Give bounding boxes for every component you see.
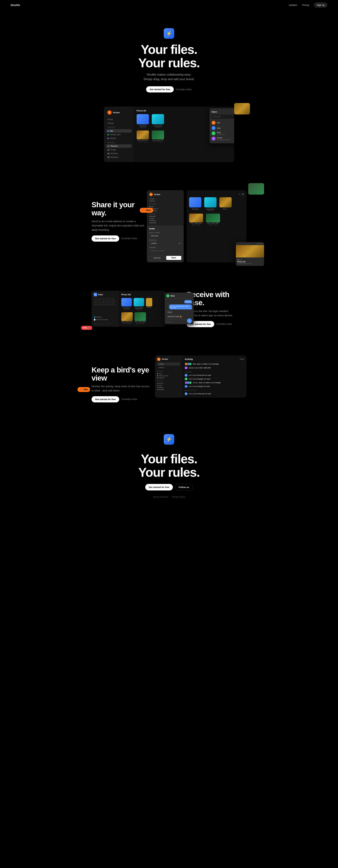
birds-eye-heading: Keep a bird's eye view	[92, 366, 151, 382]
invite-action-buttons: Copy link Share	[149, 256, 181, 260]
receive-sidebar-website[interactable]: 🌐 Website	[94, 316, 117, 318]
activity-row-today-1: G J N Giel, Jean and Niels viewed Design…	[185, 363, 244, 365]
sidebar-item-website24[interactable]: Website 2024	[106, 133, 132, 136]
folder-branding[interactable]: Branding 245 Items	[136, 114, 149, 128]
receive-main: Press kit Branding 140 Items Typography …	[119, 291, 165, 327]
sidebar-item-design[interactable]: Design	[106, 148, 132, 151]
hero-subtitle: Shuttle makes collaborating easy.Simply …	[0, 72, 338, 81]
receive-body: Just open the link. No login needed.Feel…	[187, 309, 246, 317]
sidebar-item-branding[interactable]: Branding	[106, 152, 132, 155]
activity-main: Activity Clear G J N Giel,	[182, 355, 246, 398]
birds-eye-mockup: K Kirsten Activity Settings Shared App W…	[155, 355, 246, 398]
share-section: Share it your way. Send to an e-mail add…	[0, 176, 338, 277]
share-files-toolbar: + ⊞	[189, 193, 244, 195]
receive-folder-extra[interactable]: Nems	[146, 298, 152, 310]
receive-layout: P Palet It's the place where yellow meet…	[92, 290, 246, 327]
mock-sidebar: K Kirsten Activity Settings Shared App W…	[104, 106, 134, 162]
sidebar-item-presskit[interactable]: Press kit	[106, 145, 132, 148]
activity-row-y1: J John shared Press kit with Giel	[185, 374, 244, 377]
share-add-icon[interactable]: +	[239, 193, 241, 195]
sidebar-item-app[interactable]: App	[106, 129, 132, 133]
sidebar-activity[interactable]: Activity	[106, 118, 132, 121]
share-user-jeroen: J Jeroen jeroen@gmail.com Full access	[212, 136, 234, 141]
copy-link-button[interactable]: Copy link	[149, 256, 165, 260]
footer-terms[interactable]: Terms of service	[153, 496, 168, 498]
sidebar-item-marketing[interactable]: Marketing	[106, 155, 132, 159]
footer-buttons: Get started for free Follow us	[0, 484, 338, 491]
chat-avatar: N	[166, 294, 170, 298]
birds-eye-text: Keep a bird's eye view Monitor the activ…	[92, 355, 151, 402]
footer-hero-section: ⚡ Your files. Your rules. Get started fo…	[0, 416, 338, 512]
share-user-jean: J Jean Read only	[212, 125, 234, 131]
folder-typography-s2[interactable]: Typography 48 items	[204, 197, 217, 212]
activity-nav-activity[interactable]: Activity	[157, 363, 180, 366]
birds-eye-beta-text: Currently in beta.	[121, 398, 137, 400]
share-name-input[interactable]: John Doe	[212, 115, 234, 119]
nav-signup[interactable]: Sign up	[314, 2, 328, 7]
invite-dialog-overlay: Invite Name or Email John Doe Expires at…	[147, 225, 183, 262]
share-image-1[interactable]: DSC_0003.JPG 4012 × Frame	[189, 214, 203, 226]
chat-bubble-pause: Pause	[166, 310, 173, 314]
receive-sidebar-terms[interactable]: 📄 Terms & services	[94, 319, 117, 320]
receive-image-1[interactable]: SSC_0003.JPG 4012 × Frame	[121, 312, 133, 324]
receive-folder-typography[interactable]: Typography 48 items	[133, 298, 144, 310]
folder-branding-s2[interactable]: Branding	[189, 197, 202, 212]
nav-pricing[interactable]: Pricing	[302, 4, 309, 6]
invite-message-field[interactable]: Optional message	[149, 249, 181, 254]
chat-bubble-download: You can download the assets right here	[169, 305, 192, 309]
footer-icon-wrap: ⚡	[0, 434, 338, 449]
sidebar-settings[interactable]: Settings	[106, 122, 132, 125]
receive-folder-branding[interactable]: Branding 140 Items	[121, 298, 132, 310]
activity-nav-settings[interactable]: Settings	[157, 366, 180, 369]
footer-cta-button[interactable]: Get started for free	[145, 484, 173, 491]
activity-clear-btn[interactable]: Clear	[240, 358, 244, 360]
image-dsc0003[interactable]: DSC_0003.JPG 4012 × Frame	[136, 130, 149, 143]
hero-cta-button[interactable]: Get started for free	[146, 86, 174, 92]
customize-panel: Customize Name Press kit shuttle.app/pre…	[236, 242, 264, 266]
activity-space-branding[interactable]: Branding	[157, 387, 180, 389]
share-button[interactable]: Share	[166, 256, 181, 260]
birds-eye-buttons: Get started for free Currently in beta.	[92, 396, 151, 402]
customize-preview-img	[236, 245, 264, 257]
receive-section-text: Receive with ease. Just open the link. N…	[187, 290, 246, 327]
mock-main-content: Press kit Branding 245 Items Typography …	[134, 106, 234, 162]
share-user-niels: N Niels Full access	[212, 131, 234, 136]
sidebar-item-website[interactable]: Website	[106, 137, 132, 140]
navigation: Shuttle Updates Pricing Sign up	[0, 0, 338, 10]
footer-links: Terms of service Privacy Policy	[0, 496, 338, 498]
receive-image-2[interactable]: SSC_0002.JPG 4012 × Frame	[134, 312, 146, 324]
folder-terms-s2[interactable]: Terms...	[219, 197, 232, 212]
footer-follow-button[interactable]: Follow us	[175, 484, 193, 491]
hero-mockup: K Kirsten Activity Settings Shared App W…	[93, 106, 245, 162]
share-dialog: Share × John Doe G Giel Full access J Je…	[210, 108, 234, 143]
activity-title: Activity	[185, 358, 193, 361]
receive-sidebar: P Palet It's the place where yellow meet…	[92, 291, 119, 327]
share-grid-icon[interactable]: ⊞	[242, 193, 244, 195]
birds-eye-cta-button[interactable]: Get started for free	[92, 396, 119, 402]
activity-avatars-1: G J N	[185, 363, 192, 365]
birds-eye-layout: Keep a bird's eye view Monitor the activ…	[92, 355, 246, 402]
activity-space-design[interactable]: Design	[157, 384, 180, 386]
receive-section: Nels 🚀 P Palet It's the place where yell…	[0, 277, 338, 341]
hero-buttons: Get started for free Currently in beta.	[0, 86, 338, 92]
footer-privacy[interactable]: Privacy Policy	[172, 496, 185, 498]
folder-typography[interactable]: Typography 48 Items	[152, 114, 164, 128]
share-cta-button[interactable]: Get started for free	[92, 236, 119, 242]
share-body: Send to an e-mail address or create a sh…	[92, 219, 147, 232]
chat-header: N Niels	[166, 294, 192, 299]
customize-body: Name Press kit shuttle.app/press-kit	[236, 257, 264, 266]
share-files-area: + ⊞ Branding Typography 48 items	[187, 190, 246, 262]
share-section-text: Share it your way. Send to an e-mail add…	[92, 187, 147, 242]
invite-expires-select[interactable]: 1 Week ▾	[149, 242, 181, 245]
image-dsc0002[interactable]: DSC_0002.JPG 4012 × Frame	[152, 130, 164, 143]
activity-yesterday-label: Yesterday	[185, 371, 244, 373]
nav-logo: Shuttle	[10, 3, 20, 6]
share-image-list: DSC_0003.JPG 4012 × Frame DSC_0002.JPG 4…	[189, 214, 244, 226]
activity-space-presskit[interactable]: Press kit	[157, 382, 180, 384]
receive-images: SSC_0003.JPG 4012 × Frame SSC_0002.JPG 4…	[121, 312, 163, 324]
nav-updates[interactable]: Updates	[289, 4, 297, 6]
invite-name-field[interactable]: John Doe	[149, 234, 181, 238]
share-image-2[interactable]: DSC_0002.JPG 4012 × Frame	[206, 214, 220, 226]
floating-image-wood	[234, 103, 250, 115]
activity-space-marketing[interactable]: Marketing	[157, 389, 180, 391]
